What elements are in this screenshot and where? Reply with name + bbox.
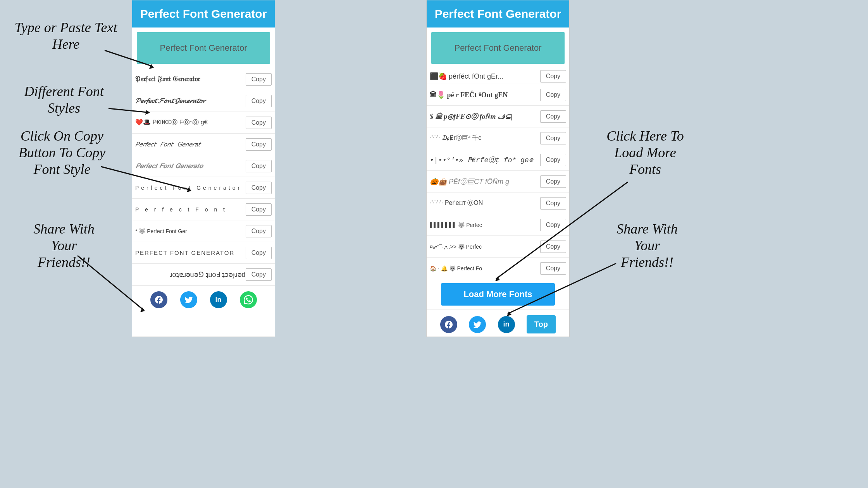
- right-font-text-6: ▌▌▌▌▌▌▌ 🐺 Perfec: [430, 222, 540, 228]
- right-linkedin-button[interactable]: in: [498, 316, 515, 333]
- type-paste-annotation: Type or Paste TextHere: [12, 19, 120, 53]
- partial-font-row: ⬛🍓 pérféct fOnt gEr... Copy: [427, 69, 569, 84]
- left-social-bar: in: [132, 285, 275, 314]
- whatsapp-share-button[interactable]: [240, 291, 257, 308]
- right-font-row-8: 🏠 · 🔔 🐺 Perfect FoCopy: [427, 258, 569, 279]
- right-font-text-0: 🏛🌷 pé r FEĈt ᵍOnt gEN: [430, 91, 540, 99]
- left-font-text-6: P e r f e c t F o n t: [135, 206, 246, 213]
- left-phone-panel: Perfect Font Generator Perfect Font Gene…: [132, 0, 275, 337]
- right-font-text-5: ·'·'·'·'· Per'e□т ⓪ON: [430, 199, 540, 207]
- left-font-row-0: 𝔓𝔢𝔯𝔣𝔢𝔠𝔱 𝔉𝔬𝔫𝔱 𝔊𝔢𝔫𝔢𝔯𝔞𝔱𝔬𝔯Copy: [132, 69, 275, 90]
- left-font-text-8: PERFECT FONT GENERATOR: [135, 249, 246, 256]
- share-friends-right-annotation: Share WithYourFriends!!: [593, 221, 701, 271]
- right-font-row-5: ·'·'·'·'· Per'e□т ⓪ONCopy: [427, 192, 569, 214]
- different-font-styles-annotation: Different FontStyles: [8, 83, 120, 117]
- right-font-row-4: 🎃👜 PĒf⓪巨CT fÕÑт gCopy: [427, 171, 569, 192]
- left-copy-button-4[interactable]: Copy: [246, 160, 272, 172]
- right-copy-button-3[interactable]: Copy: [540, 154, 566, 166]
- right-copy-button-2[interactable]: Copy: [540, 132, 566, 144]
- click-copy-annotation: Click On CopyButton To CopyFont Style: [4, 128, 120, 178]
- right-twitter-button[interactable]: [469, 316, 486, 333]
- left-font-text-7: * 🐺 Perfect Font Ger: [135, 228, 246, 234]
- right-font-text-3: •|••°'•» ₱€rfe⓪ț fo* ge⊗: [430, 155, 540, 165]
- left-font-text-4: 𝙋𝙚𝙧𝙛𝙚𝙘𝙩 𝙁𝙤𝙣𝙩 𝙂𝙚𝙣𝙚𝙧𝙖𝙩𝙤: [135, 162, 246, 170]
- load-more-button[interactable]: Load More Fonts: [441, 283, 555, 306]
- right-copy-button-7[interactable]: Copy: [540, 241, 566, 253]
- right-copy-button-1[interactable]: Copy: [540, 110, 566, 123]
- left-copy-button-6[interactable]: Copy: [246, 203, 272, 216]
- left-font-text-3: 𝘗𝘦𝘳𝘧𝘦𝘤𝘵 𝘍𝘰𝘯𝘵 𝘎𝘦𝘯𝘦𝘳𝘢𝘵: [135, 141, 246, 148]
- left-copy-button-7[interactable]: Copy: [246, 225, 272, 237]
- left-font-row-5: Perfect Font GeneratorCopy: [132, 177, 275, 199]
- twitter-share-button[interactable]: [180, 291, 197, 308]
- right-font-text-4: 🎃👜 PĒf⓪巨CT fÕÑт g: [430, 177, 540, 186]
- right-font-row-6: ▌▌▌▌▌▌▌ 🐺 PerfecCopy: [427, 214, 569, 236]
- left-font-text-5: Perfect Font Generator: [135, 185, 246, 191]
- left-font-list: 𝔓𝔢𝔯𝔣𝔢𝔠𝔱 𝔉𝔬𝔫𝔱 𝔊𝔢𝔫𝔢𝔯𝔞𝔱𝔬𝔯Copy𝓟𝓮𝓻𝓯𝓮𝓬𝓽 𝓕𝓸𝓷𝓽 𝓖…: [132, 69, 275, 285]
- left-font-row-8: PERFECT FONT GENERATORCopy: [132, 242, 275, 264]
- left-font-row-3: 𝘗𝘦𝘳𝘧𝘦𝘤𝘵 𝘍𝘰𝘯𝘵 𝘎𝘦𝘯𝘦𝘳𝘢𝘵Copy: [132, 134, 275, 155]
- right-font-row-3: •|••°'•» ₱€rfe⓪ț fo* ge⊗Copy: [427, 149, 569, 171]
- left-copy-button-9[interactable]: Copy: [246, 268, 272, 281]
- left-font-text-9: ɹoʇɐɹǝuǝ⅁ ʇuoℲ ʇɔǝɟɹǝd: [135, 270, 246, 279]
- facebook-share-button[interactable]: [150, 291, 167, 308]
- left-font-row-9: ɹoʇɐɹǝuǝ⅁ ʇuoℲ ʇɔǝɟɹǝdCopy: [132, 264, 275, 285]
- partial-copy-button[interactable]: Copy: [540, 70, 566, 82]
- right-panel-header: Perfect Font Generator: [427, 0, 569, 27]
- left-panel-header: Perfect Font Generator: [132, 0, 275, 27]
- click-load-more-annotation: Click Here ToLoad MoreFonts: [585, 128, 705, 178]
- right-font-row-0: 🏛🌷 pé r FEĈt ᵍOnt gENCopy: [427, 84, 569, 106]
- left-font-row-7: * 🐺 Perfect Font GerCopy: [132, 220, 275, 242]
- right-font-text-7: ¤₀•°¯·,•..>> 🐺 Perfec: [430, 244, 540, 250]
- right-copy-button-0[interactable]: Copy: [540, 89, 566, 101]
- left-font-text-2: ❤️🎩 P€ff€©⓪ F⓪n⓪ g€: [135, 119, 246, 127]
- right-phone-panel: Perfect Font Generator Perfect Font Gene…: [426, 0, 570, 337]
- right-font-list: 🏛🌷 pé r FEĈt ᵍOnt gENCopy$ 🏛 p◎fFE⊙⓪ foÑ…: [427, 84, 569, 279]
- left-copy-button-5[interactable]: Copy: [246, 182, 272, 194]
- right-copy-button-8[interactable]: Copy: [540, 262, 566, 275]
- linkedin-share-button[interactable]: in: [210, 291, 227, 308]
- top-button[interactable]: Top: [527, 315, 556, 333]
- left-font-row-2: ❤️🎩 P€ff€©⓪ F⓪n⓪ g€Copy: [132, 112, 275, 134]
- left-copy-button-0[interactable]: Copy: [246, 73, 272, 86]
- left-input-area[interactable]: Perfect Font Generator: [137, 32, 270, 64]
- right-input-area[interactable]: Perfect Font Generator: [431, 32, 565, 64]
- partial-font-text: ⬛🍓 pérféct fOnt gEr...: [430, 72, 540, 81]
- left-font-row-1: 𝓟𝓮𝓻𝓯𝓮𝓬𝓽 𝓕𝓸𝓷𝓽 𝓖𝓮𝓷𝓮𝓻𝓪𝓽𝓸𝓻Copy: [132, 90, 275, 112]
- right-facebook-button[interactable]: [440, 316, 457, 333]
- right-font-text-2: ·'·'·'· ₯Ɇr⓪巨ᵃ 千c: [430, 134, 540, 142]
- right-copy-button-6[interactable]: Copy: [540, 219, 566, 231]
- right-font-row-2: ·'·'·'· ₯Ɇr⓪巨ᵃ 千cCopy: [427, 127, 569, 149]
- left-font-text-0: 𝔓𝔢𝔯𝔣𝔢𝔠𝔱 𝔉𝔬𝔫𝔱 𝔊𝔢𝔫𝔢𝔯𝔞𝔱𝔬𝔯: [135, 75, 246, 83]
- right-font-text-1: $ 🏛 p◎fFE⊙⓪ foÑт ف⊆|: [430, 112, 540, 121]
- left-font-text-1: 𝓟𝓮𝓻𝓯𝓮𝓬𝓽 𝓕𝓸𝓷𝓽 𝓖𝓮𝓷𝓮𝓻𝓪𝓽𝓸𝓻: [135, 97, 246, 105]
- right-font-row-1: $ 🏛 p◎fFE⊙⓪ foÑт ف⊆|Copy: [427, 106, 569, 127]
- left-copy-button-3[interactable]: Copy: [246, 138, 272, 151]
- share-friends-left-annotation: Share WithYourFriends!!: [12, 221, 116, 271]
- right-bottom-bar: in Top: [427, 309, 569, 337]
- right-copy-button-4[interactable]: Copy: [540, 175, 566, 188]
- left-font-row-6: P e r f e c t F o n tCopy: [132, 199, 275, 220]
- right-copy-button-5[interactable]: Copy: [540, 197, 566, 210]
- left-font-row-4: 𝙋𝙚𝙧𝙛𝙚𝙘𝙩 𝙁𝙤𝙣𝙩 𝙂𝙚𝙣𝙚𝙧𝙖𝙩𝙤Copy: [132, 155, 275, 177]
- left-copy-button-2[interactable]: Copy: [246, 117, 272, 129]
- left-copy-button-1[interactable]: Copy: [246, 95, 272, 107]
- right-font-text-8: 🏠 · 🔔 🐺 Perfect Fo: [430, 265, 540, 271]
- right-font-row-7: ¤₀•°¯·,•..>> 🐺 PerfecCopy: [427, 236, 569, 258]
- left-copy-button-8[interactable]: Copy: [246, 247, 272, 259]
